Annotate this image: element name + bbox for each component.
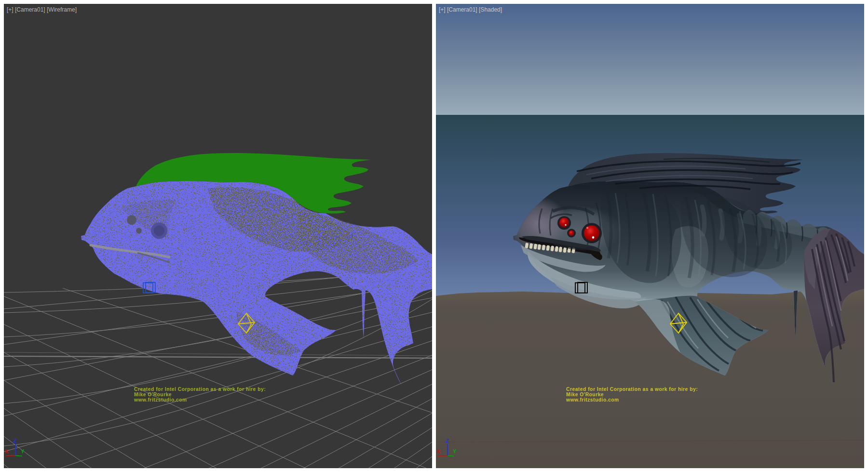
svg-text:X: X: [5, 448, 9, 454]
svg-text:X: X: [437, 448, 441, 454]
svg-text:Mike O'Rourke: Mike O'Rourke: [566, 392, 604, 397]
svg-text:Z: Z: [446, 438, 449, 444]
svg-text:Y: Y: [21, 448, 25, 454]
svg-text:Mike O'Rourke: Mike O'Rourke: [134, 392, 172, 397]
svg-text:www.fritzstudio.com: www.fritzstudio.com: [134, 397, 187, 403]
svg-text:Z: Z: [14, 438, 17, 444]
svg-text:www.fritzstudio.com: www.fritzstudio.com: [566, 397, 619, 403]
svg-text:Created for Intel Corporation: Created for Intel Corporation as a work …: [566, 387, 698, 392]
svg-text:Y: Y: [453, 448, 457, 454]
svg-text:Created for Intel Corporation: Created for Intel Corporation as a work …: [134, 387, 266, 392]
svg-text:[+] [Camera01] [Shaded]: [+] [Camera01] [Shaded]: [439, 6, 502, 13]
svg-text:[+] [Camera01] [Wireframe]: [+] [Camera01] [Wireframe]: [7, 6, 77, 13]
